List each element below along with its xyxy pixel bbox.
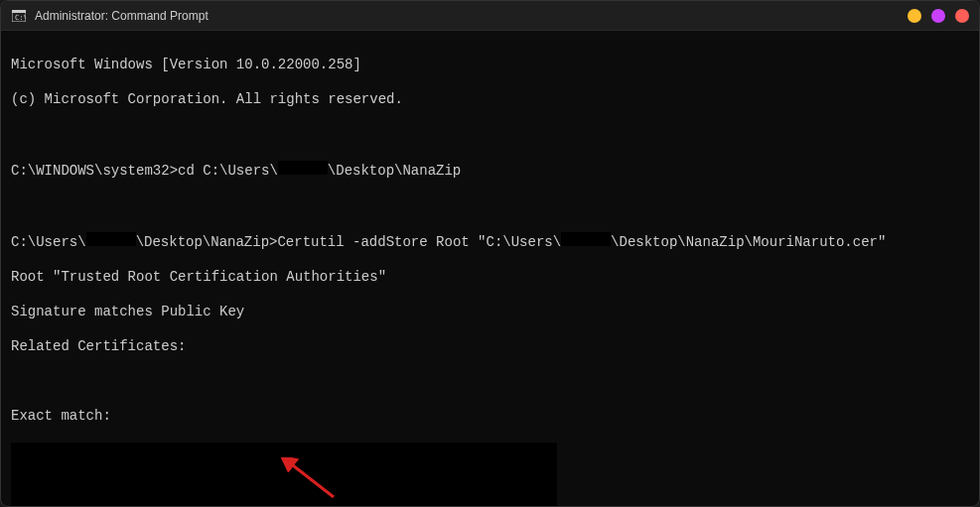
command-text: \Desktop\NanaZip>Certutil -addStore Root… [136,234,561,250]
window-title: Administrator: Command Prompt [35,9,908,23]
window-controls [908,9,969,23]
output-line: C:\WINDOWS\system32>cd C:\Users\\Desktop… [11,161,969,181]
output-line: Exact match: [11,408,969,426]
maximize-button[interactable] [931,9,945,23]
svg-rect-1 [12,10,26,13]
redacted-username [86,232,136,246]
close-button[interactable] [955,9,969,23]
prompt-text: C:\Users\ [11,234,86,250]
command-text: \Desktop\NanaZip\MouriNaruto.cer" [611,234,886,250]
redacted-block [11,443,557,508]
output-line [11,126,969,144]
output-line: Related Certificates: [11,338,969,356]
prompt-text: C:\WINDOWS\system32>cd C:\Users\ [11,163,278,179]
titlebar[interactable]: C:\ Administrator: Command Prompt [1,1,979,31]
cmd-icon: C:\ [11,8,27,24]
output-line [11,197,969,215]
path-text: \Desktop\NanaZip [328,163,461,179]
svg-text:C:\: C:\ [15,14,26,22]
redacted-username [561,232,611,246]
redacted-username [278,161,328,175]
command-prompt-window: C:\ Administrator: Command Prompt Micros… [0,0,980,507]
output-line: Microsoft Windows [Version 10.0.22000.25… [11,57,969,74]
output-line [11,373,969,391]
output-line: Root "Trusted Root Certification Authori… [11,269,969,287]
terminal-output[interactable]: Microsoft Windows [Version 10.0.22000.25… [1,31,979,506]
output-line: (c) Microsoft Corporation. All rights re… [11,91,969,109]
output-line: C:\Users\\Desktop\NanaZip>Certutil -addS… [11,232,969,252]
minimize-button[interactable] [908,9,921,23]
output-line: Signature matches Public Key [11,304,969,321]
